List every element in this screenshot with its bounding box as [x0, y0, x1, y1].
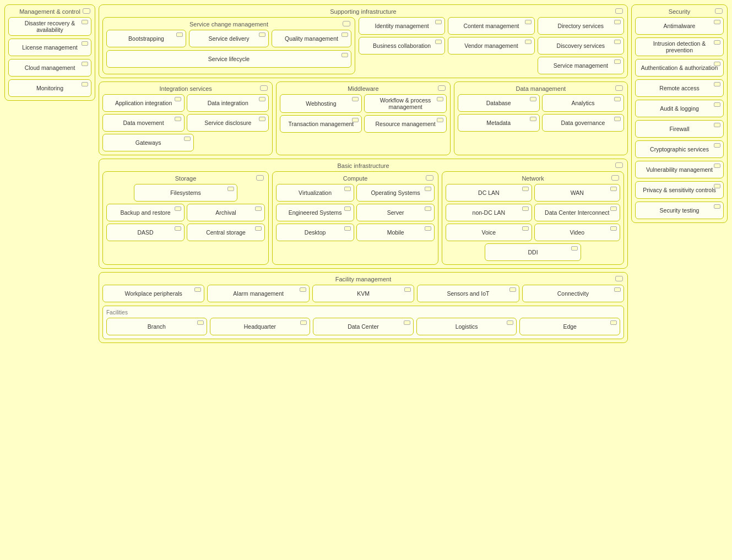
- compute-item-0[interactable]: Virtualization: [276, 184, 354, 202]
- security-item-5[interactable]: Firewall: [635, 120, 724, 138]
- compute-item-2-icon[interactable]: [344, 206, 351, 211]
- network-item-5[interactable]: Video: [534, 224, 620, 241]
- datamgmt-item-1[interactable]: Analytics: [542, 94, 624, 112]
- network-item-1[interactable]: WAN: [534, 184, 620, 202]
- integration-item-1-icon[interactable]: [259, 97, 265, 101]
- compute-item-1-icon[interactable]: [425, 187, 431, 191]
- integration-item-3[interactable]: Service disclosure: [187, 114, 269, 132]
- security-item-7-icon[interactable]: [714, 164, 720, 168]
- icd-bizcollab-icon[interactable]: [435, 40, 442, 44]
- compute-item-5-icon[interactable]: [425, 226, 431, 231]
- mgmt-item-1[interactable]: License management: [8, 39, 91, 56]
- security-item-8[interactable]: Privacy & sensitivity controls: [635, 181, 724, 199]
- scm-item-2[interactable]: Quality management: [272, 30, 351, 47]
- security-panel-icon[interactable]: [715, 8, 723, 14]
- network-item-2[interactable]: non-DC LAN: [446, 204, 532, 221]
- compute-item-3-icon[interactable]: [425, 206, 431, 211]
- storage-item-0[interactable]: Filesystems: [134, 184, 237, 202]
- facilities-item-4[interactable]: Edge: [519, 318, 620, 335]
- facility-item-1[interactable]: Alarm management: [207, 285, 309, 302]
- network-panel-icon[interactable]: [611, 175, 619, 181]
- integration-item-2[interactable]: Data movement: [102, 114, 185, 132]
- compute-item-4[interactable]: Desktop: [276, 224, 354, 241]
- security-item-7[interactable]: Vulnerability management: [635, 161, 724, 178]
- datamgmt-item-2[interactable]: Metadata: [458, 114, 540, 132]
- facilities-item-2-icon[interactable]: [404, 320, 410, 325]
- middleware-item-1[interactable]: Workflow & process management: [364, 94, 446, 113]
- storage-item-4[interactable]: Central storage: [187, 224, 265, 241]
- security-item-3-icon[interactable]: [714, 82, 720, 86]
- security-item-5-icon[interactable]: [714, 123, 720, 127]
- middleware-panel-icon[interactable]: [438, 85, 446, 91]
- compute-item-0-icon[interactable]: [344, 187, 351, 191]
- mgmt-item-2[interactable]: Cloud management: [8, 59, 91, 77]
- storage-panel-icon[interactable]: [256, 175, 264, 181]
- security-item-0[interactable]: Antimalware: [635, 17, 724, 35]
- icd-identity[interactable]: Identity management: [359, 17, 445, 35]
- mgmt-item-3-icon[interactable]: [82, 82, 88, 86]
- storage-item-3-icon[interactable]: [175, 226, 181, 231]
- facility-item-3[interactable]: Sensors and IoT: [417, 285, 519, 302]
- security-item-1[interactable]: Intrusion detection & prevention: [635, 37, 724, 56]
- facility-item-0[interactable]: Workplace peripherals: [102, 285, 204, 302]
- scm-lifecycle-icon[interactable]: [341, 53, 348, 57]
- supporting-panel-icon[interactable]: [615, 8, 623, 14]
- network-item-4-icon[interactable]: [522, 226, 529, 231]
- integration-panel-icon[interactable]: [260, 85, 268, 91]
- security-item-6[interactable]: Cryptographic services: [635, 140, 724, 158]
- middleware-item-2[interactable]: Transaction management: [280, 115, 362, 133]
- network-item-3[interactable]: Data Center Interconnect: [534, 204, 620, 221]
- middleware-item-1-icon[interactable]: [437, 97, 443, 101]
- middleware-item-0[interactable]: Webhosting: [280, 94, 362, 113]
- scm-item-1[interactable]: Service delivery: [189, 30, 269, 47]
- facility-item-3-icon[interactable]: [509, 287, 516, 292]
- security-item-2-icon[interactable]: [714, 62, 720, 66]
- management-panel-icon[interactable]: [83, 8, 90, 14]
- facility-item-2-icon[interactable]: [404, 287, 411, 292]
- middleware-item-3-icon[interactable]: [437, 118, 443, 122]
- integration-item-0[interactable]: Application integration: [102, 94, 185, 112]
- middleware-item-0-icon[interactable]: [352, 97, 359, 101]
- security-item-3[interactable]: Remote access: [635, 79, 724, 97]
- icd-vendor-icon[interactable]: [525, 40, 532, 44]
- icd-discovery[interactable]: Discovery services: [538, 37, 624, 55]
- network-item-2-icon[interactable]: [522, 206, 529, 211]
- compute-panel-icon[interactable]: [426, 175, 433, 181]
- facility-panel-icon[interactable]: [615, 276, 623, 281]
- compute-item-1[interactable]: Operating Systems: [356, 184, 435, 202]
- basic-panel-icon[interactable]: [615, 162, 623, 168]
- integration-item-4-icon[interactable]: [184, 137, 191, 141]
- datamgmt-item-0-icon[interactable]: [530, 97, 536, 101]
- network-item-0[interactable]: DC LAN: [446, 184, 532, 202]
- facilities-item-1[interactable]: Headquarter: [210, 318, 311, 335]
- facilities-item-4-icon[interactable]: [610, 320, 617, 325]
- integration-item-0-icon[interactable]: [175, 97, 181, 101]
- facility-item-1-icon[interactable]: [300, 287, 306, 292]
- security-item-4[interactable]: Audit & logging: [635, 100, 724, 117]
- scm-item-2-icon[interactable]: [341, 32, 348, 37]
- facility-item-4[interactable]: Connectivity: [522, 285, 624, 302]
- facilities-item-1-icon[interactable]: [300, 320, 307, 325]
- icd-bizcollab[interactable]: Business collaboration: [359, 37, 445, 55]
- network-item-4[interactable]: Voice: [446, 224, 532, 241]
- middleware-item-2-icon[interactable]: [352, 118, 359, 122]
- storage-item-1[interactable]: Backup and restore: [106, 204, 185, 221]
- security-item-1-icon[interactable]: [714, 40, 720, 45]
- mgmt-item-3[interactable]: Monitoring: [8, 79, 91, 97]
- datamgmt-panel-icon[interactable]: [615, 85, 623, 91]
- icd-service-icon[interactable]: [614, 59, 621, 64]
- integration-item-1[interactable]: Data integration: [187, 94, 269, 112]
- facilities-item-3[interactable]: Logistics: [416, 318, 517, 335]
- security-item-6-icon[interactable]: [714, 143, 720, 148]
- security-item-9[interactable]: Security testing: [635, 202, 724, 219]
- datamgmt-item-1-icon[interactable]: [614, 97, 621, 101]
- storage-item-0-icon[interactable]: [227, 187, 234, 191]
- network-item-0-icon[interactable]: [522, 187, 529, 191]
- facilities-item-3-icon[interactable]: [507, 320, 513, 325]
- scm-item-1-icon[interactable]: [259, 32, 265, 37]
- icd-discovery-icon[interactable]: [614, 40, 621, 44]
- datamgmt-item-3[interactable]: Data governance: [542, 114, 624, 132]
- mgmt-item-0[interactable]: Disaster recovery & availability: [8, 17, 91, 36]
- integration-item-3-icon[interactable]: [259, 117, 265, 121]
- icd-identity-icon[interactable]: [435, 20, 442, 24]
